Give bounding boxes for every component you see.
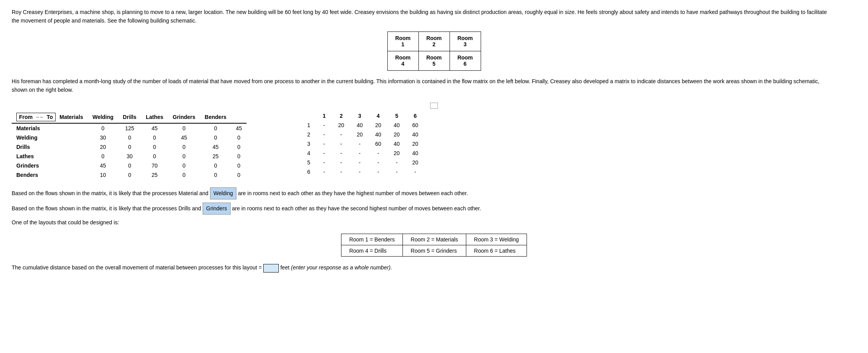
- cell-mat-weld: 125: [118, 123, 141, 133]
- cell-grind-drill: 70: [141, 161, 168, 170]
- dist-row-5: 5 - - - - - 20: [301, 158, 424, 167]
- welding-col-header: Welding: [88, 111, 118, 123]
- dist-5-5: -: [387, 158, 406, 167]
- matrices-section: From →← To Materials Welding Drills Lath…: [12, 111, 856, 180]
- layout-room2: Room 2 = Materials: [403, 234, 466, 245]
- dist-row-3: 3 - - - 60 40 20: [301, 139, 424, 149]
- dist-col-2: 2: [332, 111, 351, 121]
- statement-1: Based on the flows shown in the matrix, …: [12, 187, 828, 199]
- cell-bend-weld: 0: [118, 170, 141, 180]
- s2-suffix: are in rooms next to each other as they …: [232, 205, 481, 211]
- s2-highlight-grinders: Grinders: [203, 203, 231, 215]
- dist-3-4: 60: [369, 139, 388, 149]
- room-4-cell: Room4: [387, 51, 418, 70]
- statement-3: One of the layouts that could be designe…: [12, 218, 828, 227]
- dist-3-2: -: [332, 139, 351, 149]
- cell-weld-mat: 30: [88, 133, 118, 142]
- dist-row-1: 1 - 20 40 20 40 60: [301, 121, 424, 130]
- dist-5-3: -: [350, 158, 369, 167]
- dist-4-1: -: [317, 149, 332, 158]
- room-2-cell: Room2: [418, 31, 450, 51]
- cell-grind-weld: 0: [118, 161, 141, 170]
- distance-matrix-container: 1 2 3 4 5 6 1 - 20 40 20 40 60: [301, 111, 424, 176]
- dist-1-6: 60: [406, 121, 425, 130]
- dist-2-4: 40: [369, 130, 388, 139]
- dist-6-3: -: [350, 167, 369, 176]
- dist-2-1: -: [317, 130, 332, 139]
- dist-4-2: -: [332, 149, 351, 158]
- answer-italic-instruction: (enter your response as a whole number).: [291, 264, 392, 271]
- drills-col-header: Drills: [118, 111, 141, 123]
- flow-row-lathes: Lathes 0 30 0 0 25 0: [12, 152, 247, 161]
- row-label-lathes: Lathes: [12, 152, 88, 161]
- cell-drill-drill: 0: [141, 142, 168, 152]
- cell-drill-weld: 0: [118, 142, 141, 152]
- lathes-col-header: Lathes: [141, 111, 168, 123]
- layout-row-1: Room 1 = Benders Room 2 = Materials Room…: [341, 234, 527, 245]
- schematic-table: Room1 Room2 Room3 Room4 Room5 Room6: [387, 31, 481, 71]
- dist-row-label-4: 4: [301, 149, 317, 158]
- answer-input[interactable]: [263, 264, 279, 273]
- dist-col-4: 4: [369, 111, 388, 121]
- resize-icon: [430, 103, 438, 109]
- cell-bend-bend: 0: [231, 170, 247, 180]
- dist-row-6: 6 - - - - - -: [301, 167, 424, 176]
- flow-row-grinders: Grinders 45 0 70 0 0 0: [12, 161, 247, 170]
- cell-weld-drill: 0: [141, 133, 168, 142]
- dist-row-2: 2 - - 20 40 20 40: [301, 130, 424, 139]
- answer-prefix: The cumulative distance based on the ove…: [12, 264, 262, 271]
- cell-mat-grind: 0: [200, 123, 231, 133]
- description-paragraph: His foreman has completed a month-long s…: [12, 77, 828, 94]
- dist-1-4: 20: [369, 121, 388, 130]
- dist-2-6: 40: [406, 130, 425, 139]
- dist-3-6: 20: [406, 139, 425, 149]
- s1-prefix: Based on the flows shown in the matrix, …: [12, 190, 208, 196]
- dist-row-label-2: 2: [301, 130, 317, 139]
- dist-1-1: -: [317, 121, 332, 130]
- resize-icon-row: [12, 102, 856, 109]
- cell-bend-lathe: 0: [168, 170, 200, 180]
- flow-matrix-container: From →← To Materials Welding Drills Lath…: [12, 111, 247, 180]
- dist-3-5: 40: [387, 139, 406, 149]
- dist-col-6: 6: [406, 111, 425, 121]
- dist-2-5: 20: [387, 130, 406, 139]
- layout-room3: Room 3 = Welding: [466, 234, 527, 245]
- dist-row-label-1: 1: [301, 121, 317, 130]
- cell-weld-lathe: 45: [168, 133, 200, 142]
- to-label: To: [47, 114, 53, 120]
- dist-4-4: -: [369, 149, 388, 158]
- cell-weld-bend: 0: [231, 133, 247, 142]
- cell-mat-lathe: 0: [168, 123, 200, 133]
- distance-matrix: 1 2 3 4 5 6 1 - 20 40 20 40 60: [301, 111, 424, 176]
- dist-5-4: -: [369, 158, 388, 167]
- dist-5-6: 20: [406, 158, 425, 167]
- dist-row-4: 4 - - - - 20 40: [301, 149, 424, 158]
- distance-header-row: 1 2 3 4 5 6: [301, 111, 424, 121]
- cell-bend-grind: 0: [200, 170, 231, 180]
- from-label: From: [19, 114, 33, 120]
- intro-paragraph: Roy Creasey Enterprises, a machine shop,…: [12, 8, 828, 25]
- cell-lathe-mat: 0: [88, 152, 118, 161]
- s1-highlight-welding: Welding: [210, 187, 236, 199]
- dist-row-label-3: 3: [301, 139, 317, 149]
- dist-1-5: 40: [387, 121, 406, 130]
- cell-grind-mat: 45: [88, 161, 118, 170]
- dist-4-6: 40: [406, 149, 425, 158]
- layout-room4: Room 4 = Drills: [341, 245, 402, 257]
- row-label-welding: Welding: [12, 133, 88, 142]
- cell-lathe-bend: 0: [231, 152, 247, 161]
- dist-2-2: -: [332, 130, 351, 139]
- cell-lathe-weld: 30: [118, 152, 141, 161]
- dist-corner: [301, 111, 317, 121]
- cell-drill-mat: 20: [88, 142, 118, 152]
- cell-mat-drill: 45: [141, 123, 168, 133]
- from-to-header: From →← To Materials: [12, 111, 88, 123]
- answer-section: The cumulative distance based on the ove…: [12, 263, 856, 273]
- layout-room5: Room 5 = Grinders: [403, 245, 466, 257]
- materials-header-label: Materials: [60, 114, 83, 120]
- dist-4-5: 20: [387, 149, 406, 158]
- layout-room6: Room 6 = Lathes: [466, 245, 527, 257]
- dist-6-1: -: [317, 167, 332, 176]
- flow-matrix: From →← To Materials Welding Drills Lath…: [12, 111, 247, 180]
- dist-6-4: -: [369, 167, 388, 176]
